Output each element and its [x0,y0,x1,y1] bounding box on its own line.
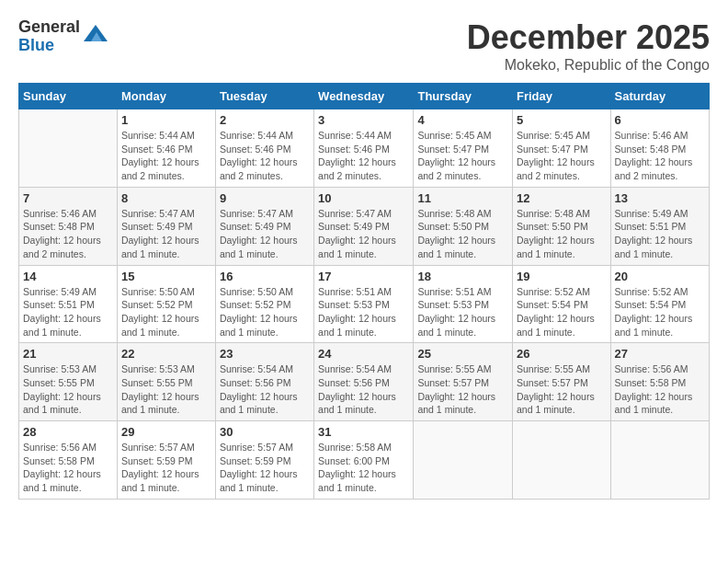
day-info: Sunrise: 5:54 AM Sunset: 5:56 PM Dayligh… [318,362,409,417]
calendar-cell: 10Sunrise: 5:47 AM Sunset: 5:49 PM Dayli… [314,187,414,265]
header-thursday: Thursday [414,84,513,109]
day-info: Sunrise: 5:47 AM Sunset: 5:49 PM Dayligh… [121,207,211,261]
calendar-cell [414,421,513,500]
day-number: 17 [318,270,409,283]
calendar-cell: 15Sunrise: 5:50 AM Sunset: 5:52 PM Dayli… [117,265,215,343]
day-info: Sunrise: 5:46 AM Sunset: 5:48 PM Dayligh… [615,129,705,183]
calendar-cell [19,109,118,188]
page-header: General Blue December 2025 Mokeko, Repub… [18,18,710,74]
calendar-cell: 24Sunrise: 5:54 AM Sunset: 5:56 PM Dayli… [314,343,414,421]
calendar-cell: 11Sunrise: 5:48 AM Sunset: 5:50 PM Dayli… [414,187,513,265]
calendar-cell: 29Sunrise: 5:57 AM Sunset: 5:59 PM Dayli… [117,421,215,500]
day-number: 5 [517,113,607,127]
calendar-table: SundayMondayTuesdayWednesdayThursdayFrid… [18,83,710,500]
day-number: 1 [121,113,211,127]
day-info: Sunrise: 5:58 AM Sunset: 6:00 PM Dayligh… [318,441,409,495]
logo-icon [82,23,109,51]
day-number: 20 [615,270,705,283]
calendar-header-row: SundayMondayTuesdayWednesdayThursdayFrid… [19,84,710,109]
day-info: Sunrise: 5:48 AM Sunset: 5:50 PM Dayligh… [517,207,607,261]
calendar-cell: 12Sunrise: 5:48 AM Sunset: 5:50 PM Dayli… [513,187,611,265]
day-info: Sunrise: 5:45 AM Sunset: 5:47 PM Dayligh… [517,129,607,183]
header-saturday: Saturday [610,84,709,109]
calendar-cell: 27Sunrise: 5:56 AM Sunset: 5:58 PM Dayli… [610,343,709,421]
day-info: Sunrise: 5:56 AM Sunset: 5:58 PM Dayligh… [615,362,705,417]
calendar-cell: 6Sunrise: 5:46 AM Sunset: 5:48 PM Daylig… [610,109,709,188]
day-info: Sunrise: 5:44 AM Sunset: 5:46 PM Dayligh… [318,129,409,183]
logo: General Blue [18,18,109,55]
header-sunday: Sunday [19,84,118,109]
day-number: 3 [318,113,409,127]
week-row-4: 28Sunrise: 5:56 AM Sunset: 5:58 PM Dayli… [19,421,710,500]
day-info: Sunrise: 5:53 AM Sunset: 5:55 PM Dayligh… [121,362,211,417]
calendar-cell: 8Sunrise: 5:47 AM Sunset: 5:49 PM Daylig… [117,187,215,265]
day-number: 6 [615,113,705,127]
header-friday: Friday [513,84,611,109]
day-info: Sunrise: 5:51 AM Sunset: 5:53 PM Dayligh… [318,285,409,339]
day-number: 28 [23,425,113,439]
day-info: Sunrise: 5:51 AM Sunset: 5:53 PM Dayligh… [417,285,508,339]
day-info: Sunrise: 5:50 AM Sunset: 5:52 PM Dayligh… [121,285,211,339]
calendar-cell: 22Sunrise: 5:53 AM Sunset: 5:55 PM Dayli… [117,343,215,421]
day-info: Sunrise: 5:44 AM Sunset: 5:46 PM Dayligh… [121,129,211,183]
day-number: 27 [615,347,705,361]
day-number: 29 [121,425,211,439]
day-info: Sunrise: 5:52 AM Sunset: 5:54 PM Dayligh… [517,285,607,339]
calendar-cell: 25Sunrise: 5:55 AM Sunset: 5:57 PM Dayli… [414,343,513,421]
calendar-cell: 23Sunrise: 5:54 AM Sunset: 5:56 PM Dayli… [215,343,313,421]
week-row-0: 1Sunrise: 5:44 AM Sunset: 5:46 PM Daylig… [19,109,710,188]
calendar-cell: 9Sunrise: 5:47 AM Sunset: 5:49 PM Daylig… [215,187,313,265]
week-row-3: 21Sunrise: 5:53 AM Sunset: 5:55 PM Dayli… [19,343,710,421]
day-info: Sunrise: 5:49 AM Sunset: 5:51 PM Dayligh… [23,285,113,339]
day-info: Sunrise: 5:50 AM Sunset: 5:52 PM Dayligh… [220,285,310,339]
day-number: 24 [318,347,409,361]
day-number: 7 [23,191,113,205]
calendar-cell: 1Sunrise: 5:44 AM Sunset: 5:46 PM Daylig… [117,109,215,188]
logo-blue: Blue [18,37,80,55]
day-info: Sunrise: 5:48 AM Sunset: 5:50 PM Dayligh… [417,207,508,261]
day-info: Sunrise: 5:45 AM Sunset: 5:47 PM Dayligh… [417,129,508,183]
calendar-cell: 17Sunrise: 5:51 AM Sunset: 5:53 PM Dayli… [314,265,414,343]
day-number: 18 [417,270,508,283]
calendar-cell: 16Sunrise: 5:50 AM Sunset: 5:52 PM Dayli… [215,265,313,343]
calendar-cell: 20Sunrise: 5:52 AM Sunset: 5:54 PM Dayli… [610,265,709,343]
header-monday: Monday [117,84,215,109]
day-info: Sunrise: 5:47 AM Sunset: 5:49 PM Dayligh… [318,207,409,261]
day-number: 10 [318,191,409,205]
day-number: 13 [615,191,705,205]
day-info: Sunrise: 5:54 AM Sunset: 5:56 PM Dayligh… [220,362,310,417]
calendar-cell: 7Sunrise: 5:46 AM Sunset: 5:48 PM Daylig… [19,187,118,265]
week-row-2: 14Sunrise: 5:49 AM Sunset: 5:51 PM Dayli… [19,265,710,343]
calendar-cell: 13Sunrise: 5:49 AM Sunset: 5:51 PM Dayli… [610,187,709,265]
calendar-cell: 21Sunrise: 5:53 AM Sunset: 5:55 PM Dayli… [19,343,118,421]
calendar-cell: 30Sunrise: 5:57 AM Sunset: 5:59 PM Dayli… [215,421,313,500]
calendar-cell: 3Sunrise: 5:44 AM Sunset: 5:46 PM Daylig… [314,109,414,188]
day-number: 23 [220,347,310,361]
day-info: Sunrise: 5:57 AM Sunset: 5:59 PM Dayligh… [220,441,310,495]
day-info: Sunrise: 5:53 AM Sunset: 5:55 PM Dayligh… [23,362,113,417]
calendar-cell: 2Sunrise: 5:44 AM Sunset: 5:46 PM Daylig… [215,109,313,188]
day-number: 31 [318,425,409,439]
day-number: 25 [417,347,508,361]
week-row-1: 7Sunrise: 5:46 AM Sunset: 5:48 PM Daylig… [19,187,710,265]
location: Mokeko, Republic of the Congo [467,57,710,74]
day-number: 12 [517,191,607,205]
day-info: Sunrise: 5:57 AM Sunset: 5:59 PM Dayligh… [121,441,211,495]
day-number: 19 [517,270,607,283]
calendar-cell: 31Sunrise: 5:58 AM Sunset: 6:00 PM Dayli… [314,421,414,500]
calendar-cell [513,421,611,500]
day-number: 26 [517,347,607,361]
header-tuesday: Tuesday [215,84,313,109]
day-number: 22 [121,347,211,361]
calendar-cell: 26Sunrise: 5:55 AM Sunset: 5:57 PM Dayli… [513,343,611,421]
day-number: 4 [417,113,508,127]
logo-general: General [18,18,80,37]
day-info: Sunrise: 5:55 AM Sunset: 5:57 PM Dayligh… [417,362,508,417]
day-number: 9 [220,191,310,205]
day-number: 16 [220,270,310,283]
day-number: 21 [23,347,113,361]
day-number: 2 [220,113,310,127]
day-info: Sunrise: 5:44 AM Sunset: 5:46 PM Dayligh… [220,129,310,183]
calendar-cell [610,421,709,500]
header-wednesday: Wednesday [314,84,414,109]
